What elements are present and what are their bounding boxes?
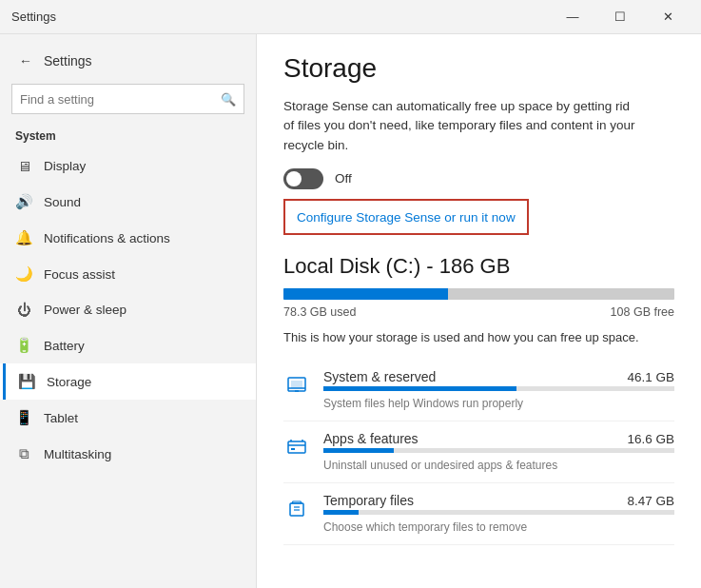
storage-item-system[interactable]: System & reserved 46.1 GB System files h… [283,360,674,421]
nav-item-storage[interactable]: 💾 Storage [0,363,256,400]
apps-icon [283,433,310,460]
disk-bar [283,288,674,300]
storage-icon: 💾 [18,373,35,390]
minimize-button[interactable]: — [551,3,594,31]
display-icon: 🖥 [15,158,32,174]
storage-sense-toggle[interactable] [283,168,323,189]
nav-label-focus: Focus assist [44,267,115,282]
temp-title-row: Temporary files 8.47 GB [323,493,674,508]
nav-item-multitasking[interactable]: ⧉ Multitasking [0,436,256,472]
nav-item-tablet[interactable]: 📱 Tablet [0,400,256,436]
disk-title: Local Disk (C:) - 186 GB [283,254,674,279]
search-icon: 🔍 [221,92,236,107]
system-icon [283,371,310,398]
sidebar-header: ← Settings [0,42,256,84]
system-name: System & reserved [323,369,436,384]
system-desc: System files help Windows run properly [323,397,523,410]
svg-rect-1 [291,381,302,388]
battery-icon: 🔋 [15,337,32,354]
nav-item-battery[interactable]: 🔋 Battery [0,327,256,363]
configure-link[interactable]: Configure Storage Sense or run it now [297,210,516,225]
maximize-button[interactable]: ☐ [598,3,642,31]
multitasking-icon: ⧉ [15,445,32,462]
sidebar: ← Settings 🔍 System 🖥 Display 🔊 Sound 🔔 … [0,34,257,588]
temp-bar [323,510,674,515]
apps-content: Apps & features 16.6 GB Uninstall unused… [323,431,674,473]
disk-description: This is how your storage is used and how… [283,328,674,347]
nav-item-power[interactable]: ⏻ Power & sleep [0,292,256,327]
content-area: Storage Storage Sense can automatically … [257,34,701,588]
system-content: System & reserved 46.1 GB System files h… [323,369,674,411]
focus-icon: 🌙 [15,265,32,283]
nav-label-notifications: Notifications & actions [44,231,170,245]
title-bar-title: Settings [11,10,56,24]
nav-label-power: Power & sleep [44,303,127,317]
search-box[interactable]: 🔍 [11,84,244,114]
title-bar-controls: — ☐ ✕ [551,3,690,31]
main-layout: ← Settings 🔍 System 🖥 Display 🔊 Sound 🔔 … [0,34,701,588]
sound-icon: 🔊 [15,193,32,210]
temp-size: 8.47 GB [627,494,674,508]
temp-name: Temporary files [323,493,414,508]
nav-item-notifications[interactable]: 🔔 Notifications & actions [0,220,256,256]
nav-label-sound: Sound [44,195,81,209]
toggle-row: Off [283,168,674,189]
nav-item-sound[interactable]: 🔊 Sound [0,184,256,220]
title-bar-left: Settings [11,10,56,24]
disk-stats: 78.3 GB used 108 GB free [283,305,674,319]
svg-rect-4 [288,441,305,453]
disk-bar-used [283,288,448,300]
nav-item-focus[interactable]: 🌙 Focus assist [0,256,256,292]
disk-free: 108 GB free [611,305,674,319]
apps-desc: Uninstall unused or undesired apps & fea… [323,459,557,472]
system-size: 46.1 GB [627,370,674,384]
nav-item-display[interactable]: 🖥 Display [0,148,256,184]
sidebar-section-label: System [0,126,256,148]
apps-name: Apps & features [323,431,419,446]
apps-size: 16.6 GB [627,432,674,446]
tablet-icon: 📱 [15,409,32,426]
nav-label-display: Display [44,159,86,173]
apps-bar-fill [323,448,394,453]
system-title-row: System & reserved 46.1 GB [323,369,674,384]
nav-label-battery: Battery [44,339,85,353]
notifications-icon: 🔔 [15,229,32,246]
toggle-knob [286,171,302,186]
system-bar-fill [323,386,516,391]
nav-label-multitasking: Multitasking [44,447,111,461]
system-bar [323,386,674,391]
title-bar: Settings — ☐ ✕ [0,0,701,34]
search-input[interactable] [20,92,221,107]
nav-label-tablet: Tablet [44,411,78,425]
apps-bar [323,448,674,453]
disk-used: 78.3 GB used [283,305,356,319]
apps-title-row: Apps & features 16.6 GB [323,431,674,446]
svg-rect-8 [291,448,295,450]
nav-label-storage: Storage [47,375,91,389]
storage-item-apps[interactable]: Apps & features 16.6 GB Uninstall unused… [283,421,674,483]
back-button[interactable]: ← [15,49,36,72]
close-button[interactable]: ✕ [646,3,690,31]
power-icon: ⏻ [15,302,32,318]
temp-icon [283,495,310,521]
app-name: Settings [44,53,92,69]
page-title: Storage [283,53,674,84]
storage-item-temp[interactable]: Temporary files 8.47 GB Choose which tem… [283,483,674,545]
temp-content: Temporary files 8.47 GB Choose which tem… [323,493,674,535]
toggle-label: Off [335,171,352,186]
temp-bar-fill [323,510,359,515]
storage-sense-description: Storage Sense can automatically free up … [283,97,635,155]
temp-desc: Choose which temporary files to remove [323,520,527,534]
configure-link-box: Configure Storage Sense or run it now [283,199,529,235]
